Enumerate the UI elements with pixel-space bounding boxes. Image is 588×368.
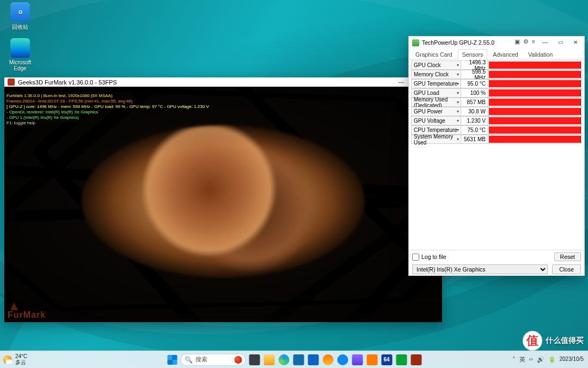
sensor-graph[interactable] <box>488 70 582 79</box>
taskbar-search[interactable]: 🔍 搜索 <box>181 354 246 366</box>
log-checkbox[interactable] <box>412 254 419 261</box>
explorer-button[interactable] <box>263 353 275 366</box>
taskbar-clock[interactable]: 2023/10/5 <box>560 357 584 363</box>
sensor-label[interactable]: Memory Used (Dedicated) <box>411 98 461 107</box>
sensor-row: GPU Temperature95.0 °C <box>411 79 582 88</box>
desktop-icon-label: 回收站 <box>2 23 38 31</box>
search-icon: 🔍 <box>185 356 193 364</box>
settings-icon[interactable]: ⚙ <box>523 38 529 45</box>
weather-icon <box>3 355 12 364</box>
furmark-title: Geeks3D FurMark v1.36.0.0 - 53FPS <box>18 79 117 86</box>
sensor-row: GPU Power30.8 W <box>411 107 582 116</box>
sensor-row: GPU Voltage1.230 V <box>411 116 582 125</box>
app-button-2[interactable] <box>336 353 349 366</box>
app-button-aida64[interactable]: 64 <box>381 353 393 366</box>
desktop-icon-label: Microsoft Edge <box>2 59 38 71</box>
close-button[interactable]: ✕ <box>568 37 583 47</box>
furmark-overlay: FurMark 1.36.0.0 | Burn-in test, 1920x10… <box>7 88 209 126</box>
watermark-text: 什么值得买 <box>546 336 584 346</box>
recycle-bin-icon: ♻ <box>10 2 30 22</box>
start-button[interactable] <box>166 353 179 366</box>
sensor-label[interactable]: GPU Clock <box>411 61 461 70</box>
furmark-viewport: FurMark 1.36.0.0 | Burn-in test, 1920x10… <box>4 87 442 322</box>
sensor-row: GPU Clock1496.3 MHz <box>411 61 582 70</box>
watermark: 值 什么值得买 <box>523 331 584 351</box>
watermark-badge: 值 <box>523 331 542 351</box>
sensor-graph[interactable] <box>488 135 582 144</box>
taskbar[interactable]: 24°C 多云 🔍 搜索 64 ˄ 英 ⌔ 🔊 🔋 2023/10/5 <box>0 351 588 368</box>
gpuz-tabs: Graphics Card Sensors Advanced Validatio… <box>409 49 584 59</box>
sensor-label[interactable]: Memory Clock <box>411 70 461 79</box>
search-highlight-icon <box>235 356 242 364</box>
sensor-graph[interactable] <box>488 88 582 98</box>
sensor-label[interactable]: GPU Temperature <box>411 79 461 88</box>
weather-temp: 24°C <box>15 354 27 360</box>
app-button-3[interactable] <box>351 353 364 366</box>
search-placeholder: 搜索 <box>195 355 207 364</box>
gpuz-window[interactable]: TechPowerUp GPU-Z 2.55.0 ▣ ⚙ ≡ — ▭ ✕ Gra… <box>408 36 585 276</box>
ime-indicator[interactable]: 英 <box>519 355 525 364</box>
edge-button[interactable] <box>278 353 290 366</box>
gpuz-taskbar-button[interactable] <box>395 353 408 366</box>
sensor-value[interactable]: 1.230 V <box>461 116 488 125</box>
furmark-icon <box>8 79 15 86</box>
furmark-window[interactable]: Geeks3D FurMark v1.36.0.0 - 53FPS — ▭ ✕ … <box>4 77 442 322</box>
edge-icon <box>10 38 30 58</box>
volume-icon[interactable]: 🔊 <box>537 356 544 363</box>
battery-icon[interactable]: 🔋 <box>548 356 556 363</box>
taskbar-weather[interactable]: 24°C 多云 <box>0 354 27 365</box>
sensor-graph[interactable] <box>488 116 582 125</box>
wifi-icon[interactable]: ⌔ <box>529 357 533 363</box>
sensor-row: Memory Clock598.5 MHz <box>411 70 582 79</box>
desktop-icon-recycle-bin[interactable]: ♻ 回收站 <box>2 2 38 31</box>
sensor-graph[interactable] <box>488 98 582 107</box>
menu-icon[interactable]: ≡ <box>532 38 535 45</box>
furmark-titlebar[interactable]: Geeks3D FurMark v1.36.0.0 - 53FPS — ▭ ✕ <box>4 77 442 87</box>
gpuz-icon <box>412 39 419 46</box>
gpuz-title: TechPowerUp GPU-Z 2.55.0 <box>422 39 494 46</box>
sensor-value[interactable]: 75.0 °C <box>461 125 488 135</box>
log-label: Log to file <box>421 254 446 260</box>
todo-button[interactable] <box>307 353 320 366</box>
sensor-label[interactable]: System Memory Used <box>411 135 461 144</box>
tab-sensors[interactable]: Sensors <box>458 49 488 59</box>
sensor-row: System Memory Used5631 MB <box>411 135 582 144</box>
weather-cond: 多云 <box>15 360 27 366</box>
furmark-logo: FurMark <box>8 298 46 320</box>
close-button-bottom[interactable]: Close <box>552 264 581 274</box>
reset-button[interactable]: Reset <box>554 252 581 261</box>
sensor-graph[interactable] <box>488 125 582 135</box>
tab-validation[interactable]: Validation <box>524 49 557 59</box>
gpuz-titlebar[interactable]: TechPowerUp GPU-Z 2.55.0 ▣ ⚙ ≡ — ▭ ✕ <box>409 37 584 49</box>
sensor-graph[interactable] <box>488 107 582 116</box>
tab-graphics-card[interactable]: Graphics Card <box>411 49 457 59</box>
sensor-value[interactable]: 100 % <box>461 88 488 98</box>
desktop-icon-edge[interactable]: Microsoft Edge <box>2 38 38 71</box>
furmark-taskbar-button[interactable] <box>410 353 422 366</box>
sensor-value[interactable]: 598.5 MHz <box>461 70 488 79</box>
taskbar-date: 2023/10/5 <box>560 357 584 363</box>
store-button[interactable] <box>292 353 305 366</box>
sensor-label[interactable]: GPU Voltage <box>411 116 461 125</box>
task-view-button[interactable] <box>248 353 261 366</box>
minimize-button[interactable]: — <box>393 77 409 87</box>
device-select[interactable]: Intel(R) Iris(R) Xe Graphics <box>412 264 548 274</box>
maximize-button[interactable]: ▭ <box>553 37 568 47</box>
sensor-value[interactable]: 857 MB <box>461 98 488 107</box>
tray-chevron-icon[interactable]: ˄ <box>512 356 516 363</box>
screenshot-icon[interactable]: ▣ <box>514 38 520 45</box>
sensor-graph[interactable] <box>488 79 582 88</box>
sensor-label[interactable]: GPU Power <box>411 107 461 116</box>
sensor-value[interactable]: 30.8 W <box>461 107 488 116</box>
gpuz-sensor-list: GPU Clock1496.3 MHzMemory Clock598.5 MHz… <box>409 59 584 250</box>
sensor-value[interactable]: 5631 MB <box>461 135 488 144</box>
log-to-file-checkbox[interactable]: Log to file <box>412 254 446 261</box>
sensor-row: Memory Used (Dedicated)857 MB <box>411 98 582 107</box>
sensor-value[interactable]: 95.0 °C <box>461 79 488 88</box>
sensor-graph[interactable] <box>488 61 582 70</box>
minimize-button[interactable]: — <box>537 37 553 47</box>
app-button-1[interactable] <box>322 353 334 366</box>
app-button-4[interactable] <box>366 353 378 366</box>
tab-advanced[interactable]: Advanced <box>488 49 523 59</box>
